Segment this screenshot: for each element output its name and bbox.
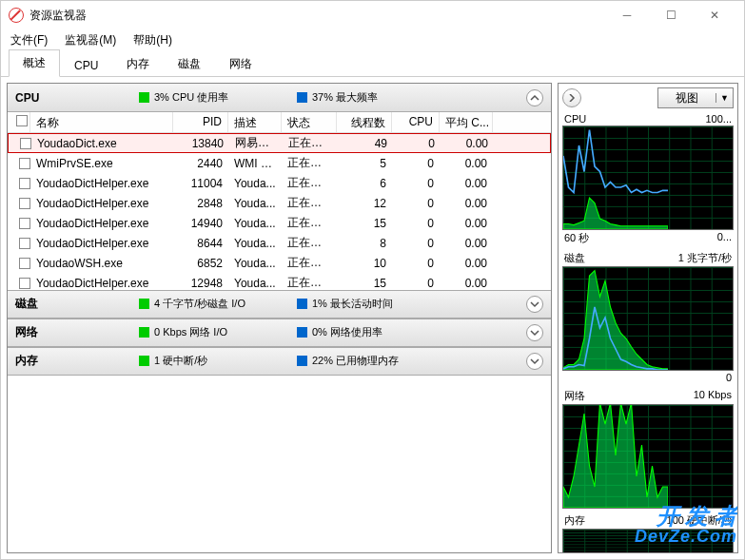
window-title: 资源监视器 [29, 8, 605, 24]
cell-desc: Youda... [228, 257, 282, 270]
expand-button[interactable] [526, 324, 543, 341]
close-button[interactable]: ✕ [693, 1, 736, 29]
tab-overview[interactable]: 概述 [9, 49, 60, 77]
green-square-icon [139, 356, 149, 366]
menubar: 文件(F) 监视器(M) 帮助(H) [1, 29, 744, 50]
cell-name: YoudaoDictHelper.exe [30, 237, 173, 250]
cell-pid: 13840 [174, 137, 229, 150]
col-desc[interactable]: 描述 [228, 112, 282, 132]
col-name[interactable]: 名称 [30, 112, 173, 132]
nav-right-button[interactable] [562, 88, 581, 107]
blue-square-icon [297, 356, 307, 366]
table-row[interactable]: YoudaoDictHelper.exe8644Youda...正在运行800.… [8, 233, 551, 253]
table-row[interactable]: WmiPrvSE.exe2440WMI P...正在运行500.00 [8, 153, 551, 173]
col-pid[interactable]: PID [173, 112, 228, 132]
cell-name: WmiPrvSE.exe [30, 157, 173, 170]
cell-name: YoudaoDictHelper.exe [30, 197, 173, 210]
maximize-button[interactable]: ☐ [649, 1, 693, 29]
collapse-button[interactable] [526, 89, 543, 106]
col-status[interactable]: 状态 [282, 112, 337, 132]
row-checkbox[interactable] [19, 158, 30, 169]
tab-cpu[interactable]: CPU [60, 53, 112, 77]
green-square-icon [139, 299, 149, 309]
row-checkbox[interactable] [19, 178, 30, 189]
blue-square-icon [297, 299, 307, 309]
cell-desc: 网易有... [229, 135, 283, 151]
cell-cpu: 0 [392, 197, 440, 210]
expand-button[interactable] [526, 353, 543, 370]
cell-threads: 5 [337, 157, 392, 170]
menu-file[interactable]: 文件(F) [5, 30, 53, 50]
cell-threads: 15 [337, 277, 392, 290]
view-button[interactable]: 视图 ▼ [657, 87, 734, 108]
tab-memory[interactable]: 内存 [112, 50, 164, 77]
section-network-header[interactable]: 网络 0 Kbps 网络 I/O 0% 网络使用率 [8, 319, 551, 347]
cell-cpu: 0 [392, 157, 440, 170]
cell-status: 正在运行 [282, 255, 337, 271]
minimize-button[interactable]: ─ [605, 1, 649, 29]
menu-help[interactable]: 帮助(H) [127, 30, 178, 50]
cpu-stat2: 37% 最大频率 [312, 90, 455, 105]
table-row[interactable]: YoudaoDictHelper.exe11004Youda...正在运行600… [8, 173, 551, 193]
table-row[interactable]: YoudaoDict.exe13840网易有...正在运行4900.00 [8, 133, 551, 153]
cell-name: YoudaoWSH.exe [30, 257, 173, 270]
section-cpu-label: CPU [15, 91, 139, 105]
cell-pid: 12948 [173, 277, 228, 290]
cell-avg: 0.00 [440, 197, 493, 210]
row-checkbox[interactable] [19, 258, 30, 269]
cell-threads: 10 [337, 257, 392, 270]
chart-cpu: CPU100... 60 秒0... [562, 112, 734, 246]
section-cpu-header[interactable]: CPU 3% CPU 使用率 37% 最大频率 [8, 84, 551, 112]
cell-pid: 6852 [173, 257, 228, 270]
cell-name: YoudaoDictHelper.exe [30, 177, 173, 190]
cell-pid: 2848 [173, 197, 228, 210]
chart-network: 网络10 Kbps [562, 388, 734, 509]
titlebar: 资源监视器 ─ ☐ ✕ [1, 1, 744, 29]
cell-cpu: 0 [393, 137, 441, 150]
cell-pid: 11004 [173, 177, 228, 190]
cell-avg: 0.00 [440, 217, 493, 230]
chevron-down-icon [530, 328, 539, 338]
cell-desc: Youda... [228, 217, 282, 230]
chart-disk: 磁盘1 兆字节/秒 0 [562, 250, 734, 384]
row-checkbox[interactable] [19, 218, 30, 229]
cell-threads: 6 [337, 177, 392, 190]
row-checkbox[interactable] [20, 138, 31, 149]
section-disk-header[interactable]: 磁盘 4 千字节/秒磁盘 I/O 1% 最长活动时间 [8, 290, 551, 319]
row-checkbox[interactable] [19, 238, 30, 249]
cell-desc: Youda... [228, 237, 282, 250]
cell-status: 正在运行 [282, 175, 337, 191]
cell-pid: 14940 [173, 217, 228, 230]
cell-status: 正在运行 [282, 195, 337, 211]
cell-pid: 2440 [173, 157, 228, 170]
table-row[interactable]: YoudaoWSH.exe6852Youda...正在运行1000.00 [8, 253, 551, 273]
col-cpu[interactable]: CPU [392, 112, 440, 132]
table-row[interactable]: YoudaoDictHelper.exe12948Youda...正在运行150… [8, 273, 551, 290]
cell-desc: WMI P... [228, 157, 282, 170]
cell-cpu: 0 [392, 257, 440, 270]
cell-status: 正在运行 [282, 155, 337, 171]
right-panel: 视图 ▼ CPU100... 60 秒0... 磁盘1 兆字节/秒 [558, 83, 738, 553]
chevron-down-icon [530, 357, 539, 366]
blue-square-icon [297, 92, 307, 103]
tab-disk[interactable]: 磁盘 [164, 50, 215, 77]
cpu-stat1: 3% CPU 使用率 [154, 90, 297, 105]
row-checkbox[interactable] [19, 198, 30, 209]
table-row[interactable]: YoudaoDictHelper.exe14940Youda...正在运行150… [8, 213, 551, 233]
col-avg[interactable]: 平均 C... [440, 112, 493, 132]
tabbar: 概述 CPU 内存 磁盘 网络 [1, 50, 744, 77]
row-checkbox[interactable] [19, 278, 30, 289]
tab-network[interactable]: 网络 [215, 50, 266, 77]
cell-status: 正在运行 [282, 235, 337, 251]
cell-avg: 0.00 [440, 177, 493, 190]
chevron-down-icon [530, 299, 539, 309]
cell-desc: Youda... [228, 277, 282, 290]
cell-name: YoudaoDict.exe [31, 137, 174, 150]
menu-monitor[interactable]: 监视器(M) [59, 30, 122, 50]
expand-button[interactable] [526, 296, 543, 313]
col-threads[interactable]: 线程数 [337, 112, 392, 132]
col-checkbox[interactable] [8, 112, 30, 132]
section-memory-header[interactable]: 内存 1 硬中断/秒 22% 已用物理内存 [8, 347, 551, 376]
table-row[interactable]: YoudaoDictHelper.exe2848Youda...正在运行1200… [8, 193, 551, 213]
cell-avg: 0.00 [441, 137, 494, 150]
